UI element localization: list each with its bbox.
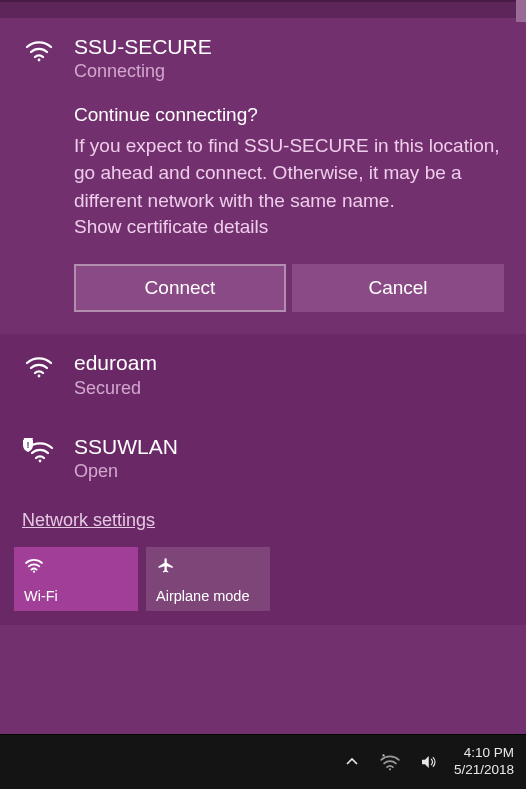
airplane-mode-tile[interactable]: Airplane mode — [146, 547, 270, 611]
connect-prompt: Continue connecting? If you expect to fi… — [74, 104, 504, 239]
taskbar: * 4:10 PM 5/21/2018 — [0, 734, 526, 789]
network-settings-link[interactable]: Network settings — [0, 502, 177, 541]
svg-text:!: ! — [27, 440, 30, 450]
airplane-icon — [156, 554, 260, 576]
svg-point-1 — [38, 375, 41, 378]
network-status: Connecting — [74, 60, 504, 83]
network-list: SSU-SECURE Connecting Continue connectin… — [0, 0, 526, 734]
svg-point-5 — [389, 768, 391, 770]
svg-point-2 — [39, 460, 42, 463]
show-certificate-link[interactable]: Show certificate details — [74, 216, 268, 238]
svg-point-0 — [38, 59, 41, 62]
network-name: SSU-SECURE — [74, 34, 504, 60]
taskbar-clock[interactable]: 4:10 PM 5/21/2018 — [454, 745, 514, 779]
network-status: Secured — [74, 377, 504, 400]
network-status: Open — [74, 460, 504, 483]
wifi-tile[interactable]: Wi-Fi — [14, 547, 138, 611]
tray-wifi-icon[interactable]: * — [378, 750, 402, 774]
wifi-icon — [24, 38, 54, 62]
network-item-ssu-secure[interactable]: SSU-SECURE Connecting Continue connectin… — [0, 18, 526, 334]
svg-point-4 — [33, 570, 35, 572]
prompt-title: Continue connecting? — [74, 104, 504, 126]
network-flyout: SSU-SECURE Connecting Continue connectin… — [0, 0, 526, 734]
quick-action-tiles: Wi-Fi Airplane mode — [0, 547, 526, 625]
svg-text:*: * — [382, 753, 385, 761]
flyout-top-border — [0, 0, 526, 18]
cancel-button[interactable]: Cancel — [292, 264, 504, 312]
tray-chevron-up-icon[interactable] — [340, 750, 364, 774]
wifi-icon — [24, 554, 128, 576]
network-name: eduroam — [74, 350, 504, 376]
scrollbar-thumb[interactable] — [516, 0, 526, 22]
tray-volume-icon[interactable] — [416, 750, 440, 774]
prompt-buttons: Connect Cancel — [74, 264, 504, 312]
tile-label: Wi-Fi — [24, 588, 128, 604]
network-name: SSUWLAN — [74, 434, 504, 460]
network-item-eduroam[interactable]: eduroam Secured — [0, 334, 526, 418]
taskbar-date: 5/21/2018 — [454, 762, 514, 779]
tile-label: Airplane mode — [156, 588, 260, 604]
prompt-body: If you expect to find SSU-SECURE in this… — [74, 132, 504, 215]
wifi-open-warn-icon: ! — [23, 438, 55, 464]
wifi-icon — [24, 354, 54, 378]
connect-button[interactable]: Connect — [74, 264, 286, 312]
network-item-ssuwlan[interactable]: ! SSUWLAN Open — [0, 418, 526, 502]
taskbar-time: 4:10 PM — [454, 745, 514, 762]
